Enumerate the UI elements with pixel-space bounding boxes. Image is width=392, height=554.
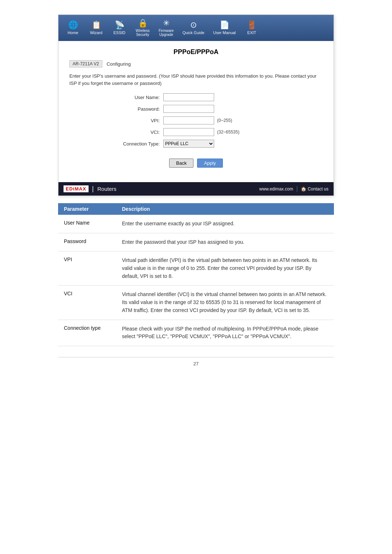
vci-input[interactable] — [163, 128, 214, 136]
brand-divider: | — [92, 185, 94, 193]
param-row-password: Password Enter the password that your IS… — [58, 233, 334, 251]
breadcrumb-model: AR-7211A V2 — [69, 60, 102, 67]
page-number-value: 27 — [193, 361, 199, 366]
brand-area: EDiMAX | Routers — [64, 185, 117, 193]
param-row-vpi: VPI Virtual path identifier (VPI) is the… — [58, 251, 334, 286]
page-number: 27 — [58, 357, 334, 366]
nav-home[interactable]: 🌐 Home — [62, 20, 84, 36]
param-desc-connection-type: Please check with your ISP the method of… — [116, 320, 334, 346]
footer-bar: EDiMAX | Routers www.edimax.com 🏠 Contac… — [58, 182, 334, 196]
password-input[interactable] — [163, 105, 214, 113]
quick-guide-icon: ⊙ — [190, 21, 197, 29]
vci-hint: (32~65535) — [217, 130, 240, 135]
page-title: PPPoE/PPPoA — [69, 48, 323, 56]
contact-icon: 🏠 — [301, 186, 306, 192]
breadcrumb-row: AR-7211A V2 Configuring — [69, 60, 323, 67]
param-name-vpi: VPI — [58, 251, 116, 286]
param-header-param: Parameter — [58, 203, 116, 215]
form-row-connection-type: Connection Type: PPPoE LLC PPPoE VCMUX P… — [105, 140, 287, 148]
form-row-vci: VCI: (32~65535) — [105, 128, 287, 136]
nav-firmware-upgrade-label: FirmwareUpgrade — [159, 29, 174, 37]
firmware-upgrade-icon: ✳ — [163, 19, 170, 27]
param-header-desc: Description — [116, 203, 334, 215]
description-text: Enter your ISP's username and password. … — [69, 73, 323, 87]
wizard-icon: 📋 — [91, 21, 101, 29]
nav-bar: 🌐 Home 📋 Wizard 📡 ESSID 🔒 WirelessSecuri… — [58, 15, 334, 41]
essid-icon: 📡 — [115, 21, 124, 29]
param-desc-username: Enter the username exactly as your ISP a… — [116, 215, 334, 233]
form-row-vpi: VPI: (0~255) — [105, 116, 287, 124]
nav-essid[interactable]: 📡 ESSID — [109, 20, 130, 36]
nav-user-manual-label: User Manual — [213, 30, 236, 35]
vpi-label: VPI: — [105, 118, 163, 123]
connection-type-label: Connection Type: — [105, 141, 163, 147]
back-button[interactable]: Back — [169, 159, 193, 168]
contact-label: Contact us — [308, 186, 328, 192]
buttons-row: Back Apply — [69, 159, 323, 168]
nav-wizard[interactable]: 📋 Wizard — [85, 20, 107, 36]
param-table: Parameter Description User Name Enter th… — [58, 203, 334, 346]
nav-firmware-upgrade[interactable]: ✳ FirmwareUpgrade — [155, 18, 177, 38]
nav-home-label: Home — [68, 30, 78, 35]
brand-logo: EDiMAX — [64, 185, 89, 192]
param-name-password: Password — [58, 233, 116, 251]
form-row-username: User Name: — [105, 93, 287, 101]
exit-icon: 🚪 — [247, 21, 257, 29]
param-desc-vci: Virtual channel identifier (VCI) is the … — [116, 286, 334, 320]
username-label: User Name: — [105, 95, 163, 100]
nav-essid-label: ESSID — [113, 30, 125, 35]
brand-logo-text: EDiMAX — [66, 186, 86, 192]
nav-quick-guide[interactable]: ⊙ Quick Guide — [179, 20, 208, 36]
nav-exit[interactable]: 🚪 EXIT — [241, 20, 263, 36]
password-label: Password: — [105, 106, 163, 112]
nav-wizard-label: Wizard — [90, 30, 102, 35]
vci-label: VCI: — [105, 130, 163, 135]
param-row-connection-type: Connection type Please check with your I… — [58, 320, 334, 346]
breadcrumb-label: Configuring — [107, 61, 131, 67]
param-name-username: User Name — [58, 215, 116, 233]
footer-links: www.edimax.com 🏠 Contact us — [259, 186, 328, 192]
param-desc-password: Enter the password that your ISP has ass… — [116, 233, 334, 251]
content-area: PPPoE/PPPoA AR-7211A V2 Configuring Ente… — [58, 41, 334, 182]
apply-button[interactable]: Apply — [197, 159, 223, 168]
footer-website: www.edimax.com — [259, 186, 293, 192]
nav-exit-label: EXIT — [247, 30, 256, 35]
home-icon: 🌐 — [68, 21, 78, 29]
footer-divider — [297, 186, 297, 192]
nav-quick-guide-label: Quick Guide — [183, 30, 205, 35]
nav-user-manual[interactable]: 📄 User Manual — [209, 20, 239, 36]
param-table-header: Parameter Description — [58, 203, 334, 215]
user-manual-icon: 📄 — [220, 21, 229, 29]
vpi-hint: (0~255) — [217, 118, 232, 123]
form-row-password: Password: — [105, 105, 287, 113]
param-name-vci: VCI — [58, 286, 116, 320]
nav-wireless-security-label: WirelessSecurity — [136, 29, 150, 37]
brand-category: Routers — [97, 186, 117, 192]
connection-type-select[interactable]: PPPoE LLC PPPoE VCMUX PPPoA LLC PPPoA VC… — [163, 140, 214, 148]
param-row-username: User Name Enter the username exactly as … — [58, 215, 334, 233]
param-name-connection-type: Connection type — [58, 320, 116, 346]
param-desc-vpi: Virtual path identifier (VPI) is the vir… — [116, 251, 334, 286]
vpi-input[interactable] — [163, 116, 214, 124]
username-input[interactable] — [163, 93, 214, 101]
nav-wireless-security[interactable]: 🔒 WirelessSecurity — [132, 18, 154, 38]
wireless-security-icon: 🔒 — [138, 19, 148, 27]
param-row-vci: VCI Virtual channel identifier (VCI) is … — [58, 286, 334, 320]
contact-link[interactable]: 🏠 Contact us — [301, 186, 328, 192]
form-table: User Name: Password: VPI: (0~255) VCI: (… — [105, 93, 287, 148]
router-panel: 🌐 Home 📋 Wizard 📡 ESSID 🔒 WirelessSecuri… — [58, 15, 334, 196]
